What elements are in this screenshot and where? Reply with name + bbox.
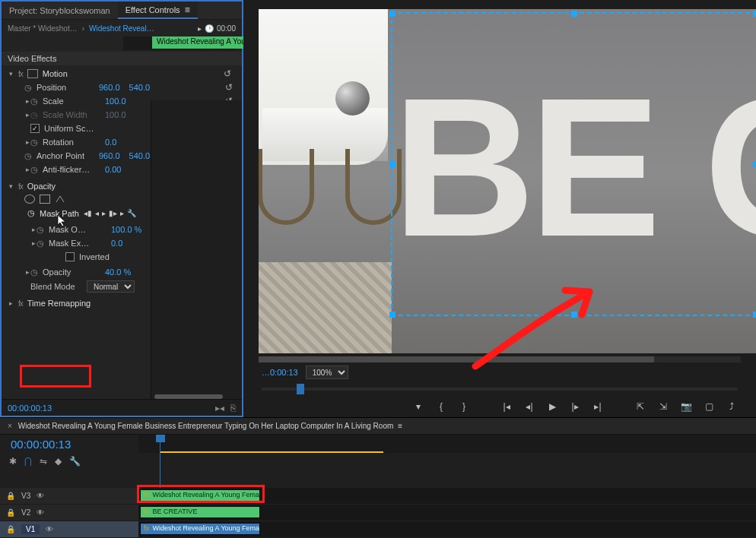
zoom-select[interactable]: 100% bbox=[306, 366, 348, 379]
keyframe-column[interactable] bbox=[151, 100, 242, 399]
fx-timecode[interactable]: 00:00:00:13 bbox=[8, 404, 52, 413]
mark-in-icon[interactable]: { bbox=[435, 400, 447, 413]
play-mask-icon[interactable]: ▸ bbox=[102, 209, 106, 217]
handle-r[interactable] bbox=[753, 161, 756, 167]
prop-position-x[interactable]: 960.0 bbox=[99, 83, 120, 92]
prop-anchor-x[interactable]: 960.0 bbox=[99, 151, 120, 160]
mini-timeline[interactable]: Wideshot Revealing A Young bbox=[123, 36, 236, 50]
twirl-icon[interactable]: ▾ bbox=[8, 70, 14, 78]
tab-project[interactable]: Project: Storyblockswoman bbox=[2, 2, 118, 19]
rect-mask-icon[interactable] bbox=[40, 195, 50, 204]
timeline-timecode[interactable]: 00:00:00:13 bbox=[0, 438, 138, 451]
new-bin-icon[interactable]: ⎘ bbox=[230, 403, 236, 413]
magnet-icon[interactable]: ⋂ bbox=[24, 456, 32, 467]
track-v2[interactable]: fx BE CREATIVE bbox=[138, 505, 756, 521]
stopwatch-icon[interactable]: ◷ bbox=[30, 97, 40, 106]
tab-effect-controls[interactable]: Effect Controls ≡ bbox=[118, 2, 198, 19]
prop-position[interactable]: ◷ Position 960.0 540.0 ↺ bbox=[2, 81, 242, 94]
linked-sel-icon[interactable]: ⇋ bbox=[40, 456, 47, 467]
prop-masko-val[interactable]: 100.0 % bbox=[111, 225, 141, 234]
mark-out-icon[interactable]: } bbox=[458, 400, 470, 413]
export-frame-icon[interactable]: 📷 bbox=[680, 400, 692, 413]
close-tab-icon[interactable]: × bbox=[8, 422, 12, 430]
step-fwd-icon[interactable]: |▸ bbox=[569, 400, 581, 413]
snap-icon[interactable]: ✱ bbox=[9, 456, 17, 467]
lock-icon[interactable]: 🔒 bbox=[6, 525, 15, 533]
stopwatch-icon[interactable]: ◷ bbox=[27, 208, 35, 218]
add-marker-icon[interactable]: ▾ bbox=[412, 400, 424, 413]
track-v3[interactable]: fx Wideshot Revealing A Young Female Bus… bbox=[138, 488, 756, 505]
zoom-fit-icon[interactable]: ▸◂ bbox=[215, 403, 224, 413]
track-v1[interactable]: fx Wideshot Revealing A Young Female Bus… bbox=[138, 521, 756, 538]
panel-menu-icon[interactable]: ≡ bbox=[398, 422, 402, 430]
handle-tr[interactable] bbox=[753, 11, 756, 17]
prop-maske-val[interactable]: 0.0 bbox=[111, 239, 122, 248]
track-header-v3[interactable]: 🔒 V3 👁 bbox=[0, 488, 138, 505]
prop-mask-path[interactable]: ◷ Mask Path ◂▮ ◂ ▸ ▮▸ ▸ 🔧 bbox=[2, 207, 242, 220]
reset-icon[interactable]: ↺ bbox=[225, 82, 237, 93]
prev-keyframe-icon[interactable]: ◂▮ bbox=[84, 209, 92, 217]
next-kf-icon[interactable]: ▮▸ bbox=[109, 209, 117, 217]
playhead-marker[interactable] bbox=[297, 384, 304, 394]
panel-menu-icon[interactable]: ≡ bbox=[185, 5, 190, 15]
next-keyframe-icon[interactable]: ▸ bbox=[120, 209, 124, 217]
twirl-icon[interactable]: ▸ bbox=[24, 97, 30, 105]
handle-bl[interactable] bbox=[389, 312, 395, 318]
track-header-v2[interactable]: 🔒 V2 👁 bbox=[0, 505, 138, 521]
play-only-icon[interactable]: ▸ bbox=[198, 24, 202, 33]
prop-scale-val[interactable]: 100.0 bbox=[105, 97, 126, 106]
pen-mask-icon[interactable] bbox=[55, 195, 65, 204]
go-to-in-icon[interactable]: |◂ bbox=[500, 400, 513, 413]
ellipse-mask-icon[interactable] bbox=[24, 195, 35, 204]
timeline-ruler[interactable] bbox=[138, 435, 756, 453]
lock-icon[interactable]: 🔒 bbox=[6, 492, 15, 500]
timeline-tracks[interactable]: fx Wideshot Revealing A Young Female Bus… bbox=[138, 488, 756, 538]
clip-v3[interactable]: fx Wideshot Revealing A Young Female Bus… bbox=[140, 489, 260, 502]
prop-antif-val[interactable]: 0.00 bbox=[105, 165, 121, 174]
reset-icon[interactable]: ↺ bbox=[224, 68, 236, 79]
marker-icon[interactable]: ◆ bbox=[55, 456, 62, 467]
clip-v1[interactable]: fx Wideshot Revealing A Young Female Bus… bbox=[140, 523, 260, 535]
viewer-scrollbar[interactable] bbox=[259, 356, 741, 362]
work-area-bar[interactable] bbox=[160, 451, 383, 453]
toggle-output-icon[interactable]: 👁 bbox=[37, 492, 44, 500]
blend-mode-select[interactable]: Normal bbox=[87, 280, 135, 293]
handle-tl[interactable] bbox=[389, 11, 395, 17]
handle-b[interactable] bbox=[571, 312, 577, 318]
prev-kf-icon[interactable]: ◂ bbox=[95, 209, 99, 217]
breadcrumb-source[interactable]: Wideshot Reveal… bbox=[89, 24, 154, 33]
prop-rotation-val[interactable]: 0.0 bbox=[105, 138, 116, 147]
checkbox-inverted[interactable] bbox=[65, 252, 75, 261]
handle-br[interactable] bbox=[753, 312, 756, 318]
prop-anchor-y[interactable]: 540.0 bbox=[129, 151, 151, 160]
stopwatch-icon[interactable]: ◷ bbox=[24, 83, 33, 93]
lift-icon[interactable]: ⇱ bbox=[634, 400, 646, 413]
play-icon[interactable]: ▶ bbox=[546, 400, 558, 413]
comparison-icon[interactable]: ▢ bbox=[703, 400, 715, 413]
timeline-pti-icon[interactable]: 🕑 bbox=[205, 24, 214, 33]
clip-v2[interactable]: fx BE CREATIVE bbox=[140, 506, 260, 518]
go-to-out-icon[interactable]: ▸| bbox=[592, 400, 604, 413]
handle-l[interactable] bbox=[389, 161, 395, 167]
extract-icon[interactable]: ⇲ bbox=[657, 400, 669, 413]
prop-position-y[interactable]: 540.0 bbox=[129, 83, 151, 92]
fx-badge-icon[interactable]: fx bbox=[18, 70, 23, 78]
timeline-tab[interactable]: × Wideshot Revealing A Young Female Busi… bbox=[0, 418, 756, 435]
toggle-output-icon[interactable]: 👁 bbox=[37, 508, 44, 517]
program-viewer[interactable]: BE CR bbox=[259, 9, 756, 353]
checkbox-uniform[interactable] bbox=[30, 124, 40, 133]
wrench-icon[interactable]: 🔧 bbox=[127, 209, 136, 217]
viewer-zoom-scroll[interactable] bbox=[262, 384, 738, 394]
fx-motion-header[interactable]: ▾ fx Motion ↺ bbox=[2, 67, 242, 81]
share-icon[interactable]: ⤴ bbox=[726, 400, 738, 413]
track-header-v1[interactable]: 🔒 V1 👁 bbox=[0, 521, 138, 538]
step-back-icon[interactable]: ◂| bbox=[523, 400, 535, 413]
mask-selection-box[interactable] bbox=[391, 12, 756, 316]
lock-icon[interactable]: 🔒 bbox=[6, 508, 15, 517]
toggle-output-icon[interactable]: 👁 bbox=[46, 525, 53, 533]
settings-icon[interactable]: 🔧 bbox=[69, 456, 81, 467]
handle-t[interactable] bbox=[571, 11, 577, 17]
viewer-timecode[interactable]: …0:00:13 bbox=[262, 368, 298, 377]
prop-opacity-val[interactable]: 40.0 % bbox=[105, 267, 131, 277]
kf-scrollbar[interactable] bbox=[154, 394, 223, 399]
